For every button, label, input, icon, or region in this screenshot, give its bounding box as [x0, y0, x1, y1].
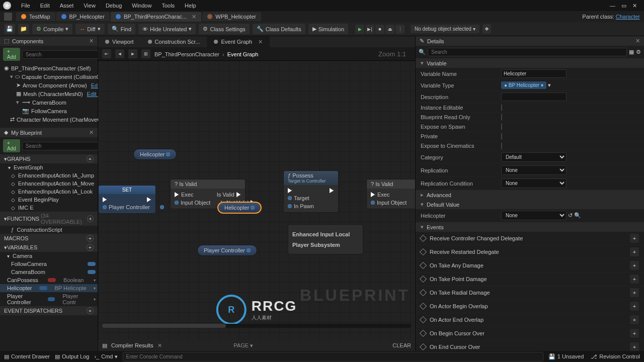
myblueprint-search-input[interactable] [22, 142, 99, 150]
component-self[interactable]: ◉BP_ThirdPersonCharacter (Self) [0, 64, 98, 72]
input-object-pin[interactable]: Input Object [175, 200, 210, 206]
skip-button[interactable]: ▶| [365, 25, 374, 34]
stop-button[interactable]: ■ [375, 25, 384, 34]
menu-asset[interactable]: Asset [56, 2, 78, 10]
maximize-icon[interactable]: ▭ [621, 3, 626, 9]
simulation-button[interactable]: ▶Simulation [308, 24, 348, 34]
detail-select[interactable]: None [501, 178, 567, 188]
doc-tab-bpthirdperson[interactable]: BP_ThirdPersonCharac...✕ [111, 12, 201, 22]
chevron-down-icon[interactable]: ▾ [94, 286, 96, 291]
component-charmove[interactable]: ⇄Character Movement (CharMoveComp) [0, 115, 98, 124]
chevron-down-icon[interactable]: ▾ [189, 26, 192, 32]
exec-in-pin[interactable] [288, 188, 292, 193]
add-event-button[interactable]: + [630, 261, 639, 270]
detail-select[interactable]: Default [501, 152, 567, 162]
browse-button[interactable]: 📁 [18, 24, 29, 34]
compile-button[interactable]: ⚙Compile▾ [32, 24, 72, 34]
chevron-down-icon[interactable]: ▾ [65, 26, 68, 32]
add-event-button[interactable]: + [630, 342, 639, 351]
var-cameraboom[interactable]: CameraBoom [0, 268, 98, 276]
function-item[interactable]: ƒ ConstructionScript [0, 226, 98, 234]
caret-icon[interactable]: ▾ [10, 73, 13, 80]
revision-control-button[interactable]: ⎇Revision Control [591, 353, 640, 360]
menu-view[interactable]: View [79, 2, 100, 10]
class-defaults-button[interactable]: 🔧Class Defaults [253, 24, 305, 34]
category-advanced[interactable]: ▸Advanced [416, 190, 644, 200]
tab-eventgraph[interactable]: Event Graph✕ [207, 36, 270, 47]
menu-edit[interactable]: Edit [36, 2, 54, 10]
graph-home-button[interactable]: ⇤ [102, 49, 111, 58]
dispatchers-category[interactable]: EVENT DISPATCHERS+ [0, 306, 98, 315]
grid-view-icon[interactable]: ▦ [629, 49, 634, 55]
add-event-button[interactable]: + [630, 234, 639, 243]
category-events[interactable]: ▾Events [416, 222, 644, 232]
class-settings-button[interactable]: ⚙Class Settings [199, 24, 249, 34]
graphs-category[interactable]: ▾ GRAPHS+ [0, 154, 98, 163]
functions-category[interactable]: ▾ FUNCTIONS (34 OVERRIDABLE)+ [0, 212, 98, 226]
cmd-dropdown[interactable]: ›_Cmd ▾ [94, 353, 117, 360]
doc-tab-wpbhelicopter[interactable]: WPB_Helicopter [202, 12, 261, 21]
node-playercontroller-var[interactable]: Player Controller [197, 245, 257, 256]
components-search-input[interactable] [22, 50, 99, 59]
graph-child[interactable]: ◇ EnhancedInputAction IA_Move [0, 179, 98, 188]
breadcrumb-asset[interactable]: BP_ThirdPersonCharacter [154, 51, 219, 57]
unsaved-indicator[interactable]: 💾1 Unsaved [548, 353, 584, 360]
add-macro-button[interactable]: + [87, 235, 94, 242]
find-button[interactable]: 🔍Find [108, 24, 135, 34]
output-pin[interactable] [251, 206, 255, 210]
node-set[interactable]: SET Player Controller [98, 185, 156, 214]
exec-in-pin[interactable]: Exec [371, 192, 389, 198]
menu-tools[interactable]: Tools [157, 2, 179, 10]
detail-checkbox[interactable] [501, 133, 502, 140]
exec-in-pin[interactable] [103, 197, 107, 202]
graph-back-button[interactable]: ◄ [115, 49, 124, 58]
target-pin[interactable]: Target [288, 195, 309, 201]
variable-type-chip[interactable]: ● BP Helicopter ▾ [501, 81, 546, 89]
component-followcam[interactable]: 📷FollowCamera [0, 107, 98, 115]
panel-close-icon[interactable]: ✕ [89, 129, 94, 136]
detail-checkbox[interactable] [501, 114, 502, 121]
add-graph-button[interactable]: + [87, 155, 94, 162]
graph-grid-button[interactable]: ⊞ [141, 49, 150, 58]
detail-checkbox[interactable] [501, 142, 502, 149]
graph-child[interactable]: ◇ IMC E [0, 204, 98, 212]
add-event-button[interactable]: + [630, 302, 639, 311]
output-log-button[interactable]: ▤Output Log [55, 353, 89, 360]
menu-debug[interactable]: Debug [102, 2, 126, 10]
node-helicopter-get[interactable]: Helicopter [133, 149, 177, 160]
exec-in-pin[interactable]: Exec [175, 192, 193, 198]
breadcrumb-graph[interactable]: Event Graph [227, 51, 259, 57]
category-variable[interactable]: ▾Variable [416, 58, 644, 68]
compiler-close-icon[interactable]: ✕ [157, 342, 162, 349]
add-function-button[interactable]: + [87, 215, 94, 222]
detail-text-input[interactable] [501, 93, 567, 101]
add-event-button[interactable]: + [630, 247, 639, 256]
exec-out-pin[interactable] [147, 197, 151, 202]
output-pin[interactable] [247, 248, 251, 252]
add-variable-button[interactable]: + [87, 244, 94, 251]
save-button[interactable]: 💾 [4, 24, 15, 34]
component-capsule[interactable]: ▾⬭Capsule Component (CollisionCylinder) [0, 72, 98, 81]
var-helicopter[interactable]: Helicopter BP Helicopte▾ [0, 284, 98, 292]
panel-close-icon[interactable]: ✕ [635, 38, 640, 44]
tab-construction[interactable]: Construction Scr... [141, 36, 207, 47]
save-icon[interactable] [4, 13, 12, 21]
inpawn-pin[interactable]: In Pawn [288, 203, 314, 209]
scrollbar-thumb[interactable] [102, 324, 226, 328]
detail-checkbox[interactable] [501, 104, 502, 111]
clear-button[interactable]: CLEAR [392, 342, 411, 348]
default-value-select[interactable]: None [501, 211, 567, 220]
input-pin[interactable]: Player Controller [103, 204, 150, 210]
reset-icon[interactable]: ↺ [568, 212, 573, 218]
graph-eventgraph[interactable]: ▾ EventGraph [0, 163, 98, 171]
chevron-down-icon[interactable]: ▾ [94, 297, 96, 302]
add-event-button[interactable]: + [630, 275, 639, 284]
add-dispatcher-button[interactable]: + [87, 307, 94, 314]
category-default-value[interactable]: ▾Default Value [416, 200, 644, 209]
menu-file[interactable]: File [17, 2, 34, 10]
doc-tab-bphelicopter[interactable]: BP_Helicopter [56, 12, 110, 21]
input-object-pin[interactable]: Input Object [371, 200, 407, 206]
exec-out-pin[interactable] [330, 188, 334, 193]
details-search-input[interactable] [428, 48, 627, 56]
output-pin[interactable] [160, 204, 164, 210]
